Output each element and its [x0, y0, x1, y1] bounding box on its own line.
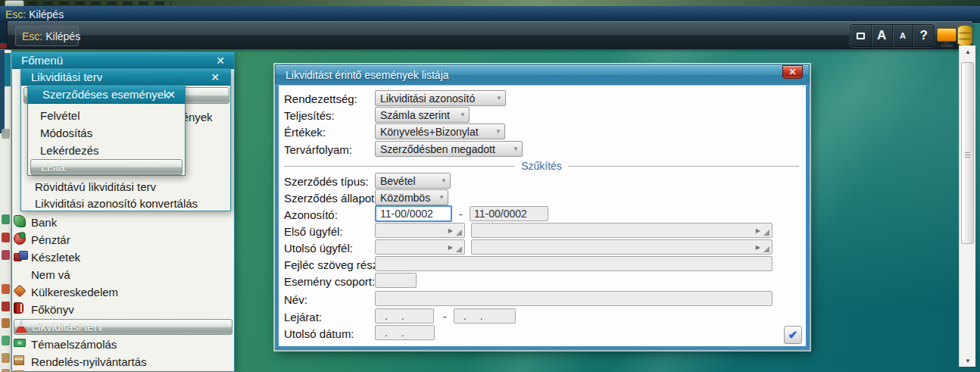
- background-icon-fragment: [0, 43, 7, 48]
- box-icon: [14, 355, 24, 365]
- szerzodes-allapot-value: Közömbös: [380, 192, 430, 204]
- scrollbar-thumb[interactable]: [961, 62, 974, 244]
- close-icon[interactable]: ✕: [167, 89, 176, 100]
- partial-icon: [2, 284, 10, 294]
- esc-exit-button[interactable]: Esc:Kilépés: [15, 26, 79, 46]
- database-icon[interactable]: [957, 25, 972, 46]
- esc-action-label: Kilépés: [29, 8, 64, 20]
- close-icon[interactable]: ✕: [216, 55, 225, 66]
- menu-item-lista-selected[interactable]: Lista: [30, 159, 183, 175]
- field-label-elso-ugyfel: Első ügyfél:: [284, 225, 343, 238]
- lookup-arrow-icon: ▶: [756, 227, 760, 234]
- rendezettseg-value: Likviditási azonosító: [380, 92, 475, 105]
- azonosito-from-input[interactable]: [375, 205, 452, 222]
- field-label-nev: Név:: [284, 293, 307, 306]
- sidebar-item-kulkereskedelem[interactable]: Külkereskedelem: [31, 286, 118, 299]
- sidebar-item-likviditasi-terv-selected[interactable]: Likviditási terv: [14, 319, 233, 335]
- scrollbar-grip: [965, 152, 970, 158]
- sidebar-item-temaelszamolas[interactable]: Témaelszámolás: [31, 338, 117, 351]
- sidebar-item-bank[interactable]: Bank: [31, 216, 57, 229]
- cash-icon: [14, 233, 26, 245]
- main-menu-header: Főmenü ✕: [12, 52, 234, 69]
- menu-item-konvertalas[interactable]: Likviditási azonosító konvertálás: [35, 197, 198, 210]
- lookup-arrow-icon: ▶: [448, 244, 453, 251]
- azonosito-to-input[interactable]: [470, 206, 548, 221]
- elso-ugyfel-name-lookup[interactable]: ▶: [471, 223, 772, 238]
- field-label-szerzodes-allapot: Szerződés állapot:: [284, 192, 377, 205]
- menu-item-rovidtavu[interactable]: Rövidtávú likviditási terv: [35, 180, 156, 193]
- dialog-close-button[interactable]: ✕: [782, 65, 803, 79]
- lookup-corner-icon: [763, 246, 769, 252]
- lejarat-from-input[interactable]: [375, 308, 434, 324]
- main-menu-title: Főmenü: [21, 54, 63, 67]
- dialog-titlebar: Likviditást érintő események listája: [275, 64, 810, 85]
- szerzodes-allapot-dropdown[interactable]: Közömbös ▼: [375, 189, 448, 205]
- field-label-esemeny-csoport: Esemény csoport:: [284, 275, 375, 288]
- range-dash: -: [443, 311, 447, 323]
- partial-icon: [2, 233, 10, 242]
- divider-line: [284, 166, 515, 167]
- scrollbar-up-button[interactable]: ▲: [960, 45, 976, 58]
- partial-icon: [2, 250, 10, 260]
- esc-key-label: Esc:: [5, 8, 26, 20]
- background-panel-edge-teal: [5, 53, 11, 86]
- scrollbar-down-button[interactable]: ▼: [960, 355, 976, 367]
- menu-item-modositas[interactable]: Módosítás: [40, 127, 92, 139]
- menu-item-lekerdezes[interactable]: Lekérdezés: [40, 144, 99, 157]
- esc-key-label: Esc:: [22, 30, 42, 42]
- escape-bar-back: Esc:Kilépés: [0, 6, 980, 23]
- utolso-ugyfel-name-lookup[interactable]: ▶: [471, 239, 772, 255]
- lejarat-to-input[interactable]: [454, 308, 516, 324]
- sidebar-item-fokonyv[interactable]: Főkönyv: [31, 303, 74, 316]
- rendezettseg-dropdown[interactable]: Likviditási azonosító ▼: [375, 90, 506, 106]
- utolso-ugyfel-code-lookup[interactable]: ▶: [375, 239, 465, 255]
- restore-window-button[interactable]: [850, 25, 872, 46]
- confirm-button[interactable]: ✔: [784, 326, 802, 344]
- close-icon[interactable]: ✕: [211, 72, 220, 83]
- esemeny-csoport-input[interactable]: [375, 273, 417, 288]
- sidebar-item-penztar[interactable]: Pénztár: [31, 233, 70, 246]
- teljesites-value: Számla szerint: [380, 109, 450, 121]
- teljesites-dropdown[interactable]: Számla szerint ▼: [375, 107, 470, 123]
- ledger-icon: [14, 302, 23, 314]
- partial-icon: [2, 353, 10, 363]
- vertical-scrollbar[interactable]: ▲ ▼: [959, 45, 975, 367]
- escape-bar-front: Esc:Kilépés A A ?: [8, 21, 972, 49]
- sidebar-item-nem-va[interactable]: Nem vá: [31, 268, 70, 281]
- inventory-icon: [14, 253, 22, 261]
- help-button[interactable]: ?: [913, 25, 934, 46]
- field-label-lejarat: Lejárat:: [284, 311, 322, 324]
- chevron-down-icon: ▼: [439, 194, 445, 201]
- menu-item-felvetel[interactable]: Felvétel: [40, 109, 80, 122]
- partial-icon: [2, 369, 10, 372]
- field-label-fejlec: Fejléc szöveg rész:: [284, 258, 381, 271]
- tervarfolyam-dropdown[interactable]: Szerződésben megadott ▼: [375, 141, 523, 157]
- font-increase-button[interactable]: A: [872, 25, 893, 46]
- esc-hint-back: Esc:Kilépés: [5, 8, 64, 20]
- field-label-szerzodes-tipus: Szerződés típus:: [284, 175, 369, 188]
- elso-ugyfel-code-lookup[interactable]: ▶: [375, 223, 465, 238]
- monitor-icon[interactable]: [937, 28, 957, 47]
- partial-icon: [2, 214, 10, 224]
- field-label-ertekek: Értékek:: [284, 126, 326, 139]
- trade-icon: [14, 285, 27, 298]
- szerzodes-tipus-dropdown[interactable]: Bevétel ▼: [375, 173, 451, 189]
- sidebar-item-rendeles[interactable]: Rendelés-nyilvántartás: [31, 355, 147, 368]
- sidebar-item-keszletek[interactable]: Készletek: [31, 251, 80, 264]
- lookup-arrow-icon: ▶: [756, 244, 760, 251]
- fejlec-input[interactable]: [375, 256, 772, 271]
- font-decrease-button[interactable]: A: [893, 25, 914, 46]
- monitor-base: [941, 45, 953, 47]
- chevron-down-icon: ▼: [513, 145, 519, 152]
- tervarfolyam-value: Szerződésben megadott: [380, 143, 495, 155]
- divider-line: [568, 166, 799, 167]
- partial-icon: [2, 318, 10, 328]
- ertekek-dropdown[interactable]: Könyvelés+Bizonylat ▼: [375, 123, 505, 139]
- partial-icon: [2, 302, 10, 311]
- liquidity-menu-header: Likviditási terv ✕: [21, 69, 230, 86]
- szerzodes-tipus-value: Bevétel: [380, 175, 416, 187]
- window-toolbar: A A ?: [850, 24, 935, 47]
- utolso-datum-input[interactable]: [375, 325, 435, 340]
- nev-input[interactable]: [375, 291, 772, 306]
- field-label-teljesites: Teljesítés:: [284, 109, 335, 122]
